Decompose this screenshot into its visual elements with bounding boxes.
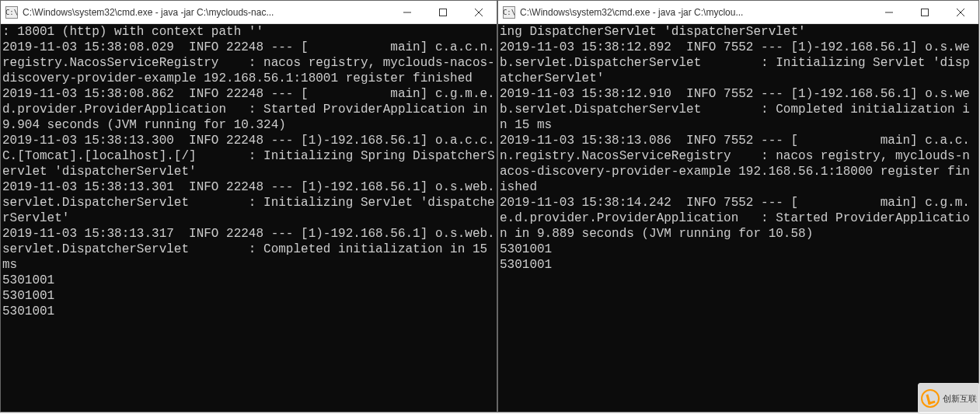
minimize-icon xyxy=(885,9,893,16)
window-controls-right xyxy=(871,1,978,23)
close-button[interactable] xyxy=(461,1,497,23)
watermark-text: 创新互联 xyxy=(943,393,977,405)
titlebar-right[interactable]: C:\ C:\Windows\system32\cmd.exe - java -… xyxy=(498,1,978,24)
maximize-button[interactable] xyxy=(907,1,943,23)
console-output-right[interactable]: ing DispatcherServlet 'dispatcherServlet… xyxy=(498,24,978,412)
cmd-window-right: C:\ C:\Windows\system32\cmd.exe - java -… xyxy=(497,0,979,412)
console-output-left[interactable]: : 18001 (http) with context path '' 2019… xyxy=(1,24,497,412)
maximize-icon xyxy=(439,9,447,16)
svg-rect-1 xyxy=(440,9,447,16)
titlebar-left[interactable]: C:\ C:\Windows\system32\cmd.exe - java -… xyxy=(1,1,497,24)
watermark-badge: 创新互联 xyxy=(918,383,980,414)
close-button[interactable] xyxy=(943,1,978,23)
close-icon xyxy=(957,9,964,16)
cmd-icon: C:\ xyxy=(503,6,515,19)
cmd-window-left: C:\ C:\Windows\system32\cmd.exe - java -… xyxy=(0,0,497,412)
minimize-icon xyxy=(403,9,411,16)
maximize-button[interactable] xyxy=(425,1,461,23)
minimize-button[interactable] xyxy=(871,1,907,23)
window-title-left: C:\Windows\system32\cmd.exe - java -jar … xyxy=(23,7,389,18)
window-title-right: C:\Windows\system32\cmd.exe - java -jar … xyxy=(520,7,871,18)
svg-rect-5 xyxy=(922,9,929,16)
close-icon xyxy=(475,9,483,16)
watermark-logo-icon xyxy=(921,389,940,408)
maximize-icon xyxy=(921,9,929,16)
cmd-icon: C:\ xyxy=(5,6,18,19)
minimize-button[interactable] xyxy=(389,1,425,23)
window-controls-left xyxy=(389,1,497,23)
